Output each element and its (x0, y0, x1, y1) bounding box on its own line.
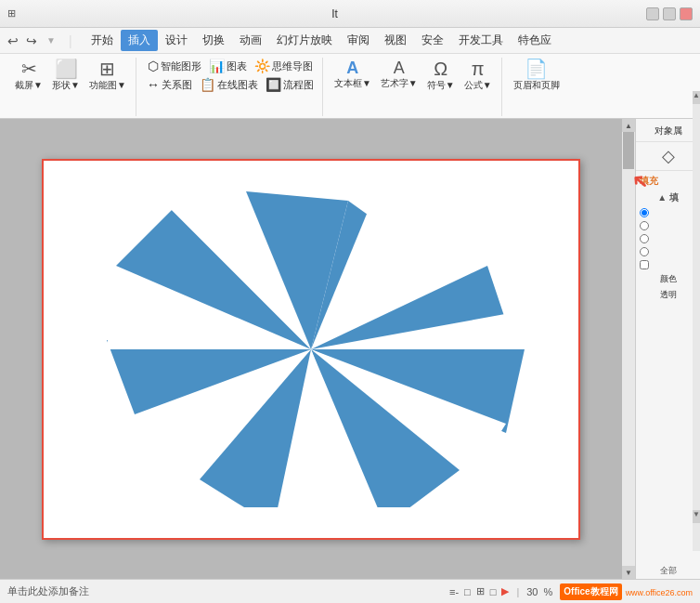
ribbon-textbox[interactable]: A 文本框▼ (331, 58, 375, 94)
ribbon-row-1: ✂ 截屏▼ ⬜ 形状▼ ⊞ 功能图▼ (11, 58, 130, 94)
radio-option-4[interactable] (636, 245, 700, 258)
scroll-up-button[interactable]: ▲ (622, 119, 635, 132)
ribbon-wordart[interactable]: A 艺术字▼ (377, 58, 421, 94)
tool-list-view[interactable]: ≡- (449, 586, 459, 597)
statusbar: 单击此处添加备注 ≡- □ ⊞ □ ▶ | 30 % Office教程网 www… (0, 579, 700, 603)
ribbon-row-text-1: A 文本框▼ A 艺术字▼ Ω 符号▼ π 公式▼ (331, 58, 496, 94)
scrollbar-thumb[interactable] (623, 132, 634, 169)
slide-canvas[interactable] (42, 159, 580, 540)
undo-button[interactable]: ↩ (4, 32, 22, 50)
ribbon-header-footer[interactable]: 📄 页眉和页脚 (510, 58, 564, 94)
relation-icon: ↔ (147, 77, 160, 92)
titlebar-title: It (23, 7, 646, 20)
smart-shape-icon: ⬡ (148, 59, 159, 73)
ribbon-smart-shape[interactable]: ⬡ 智能图形 (145, 58, 204, 74)
scroll-down-button[interactable]: ▼ (622, 566, 635, 579)
menu-insert[interactable]: 插入 (121, 30, 158, 51)
office-logo: Office教程网 (560, 583, 621, 600)
ribbon-screenshot[interactable]: ✂ 截屏▼ (11, 58, 46, 94)
opacity-label: 透明 (656, 287, 681, 303)
radio-option-2[interactable] (636, 219, 700, 232)
shape-label: 形状▼ (52, 79, 80, 92)
zoom-percent: % (544, 586, 553, 597)
screenshot-label: 截屏▼ (15, 79, 43, 92)
menu-transition[interactable]: 切换 (195, 30, 232, 51)
radio-option-1[interactable] (636, 206, 700, 219)
office-label: Office教程网 (564, 586, 617, 596)
ribbon-flowchart[interactable]: 🔲 流程图 (263, 76, 317, 93)
ribbon-group-header: 📄 页眉和页脚 (504, 58, 569, 116)
menu-slideshow[interactable]: 幻灯片放映 (269, 30, 340, 51)
chart-label: 图表 (227, 59, 247, 73)
flowchart-label: 流程图 (283, 78, 314, 92)
ribbon-function-chart[interactable]: ⊞ 功能图▼ (85, 58, 130, 94)
tool-normal-view[interactable]: □ (464, 586, 471, 597)
menubar: ↩ ↪ ▼ | 开始 插入 设计 切换 动画 幻灯片放映 审阅 视图 安全 开发… (0, 28, 700, 54)
note-placeholder: 单击此处添加备注 (7, 584, 449, 598)
chart-icon: 📊 (209, 59, 225, 73)
checkbox-option[interactable] (636, 258, 700, 271)
close-button[interactable] (680, 7, 693, 20)
symbol-icon: Ω (434, 59, 447, 78)
shape-icon: ⬜ (55, 59, 78, 78)
ribbon-online-chart[interactable]: 📋 在线图表 (197, 76, 261, 93)
app-icon: ⊞ (7, 7, 16, 20)
formula-icon: π (472, 59, 485, 78)
online-chart-icon: 📋 (200, 77, 215, 92)
right-scroll-up[interactable]: ▲ (693, 91, 700, 104)
textbox-label: 文本框▼ (334, 77, 371, 90)
radio-input-2[interactable] (640, 221, 649, 230)
relation-label: 关系图 (162, 78, 192, 92)
right-panel-section: ▲ 填 (654, 190, 682, 206)
right-panel-title: 对象属 (636, 123, 700, 142)
textbox-icon: A (346, 59, 358, 76)
menu-review[interactable]: 审阅 (340, 30, 377, 51)
ribbon: ✂ 截屏▼ ⬜ 形状▼ ⊞ 功能图▼ ⬡ 智能图形 📊 图表 (0, 54, 700, 119)
radio-option-3[interactable] (636, 232, 700, 245)
titlebar: ⊞ It (0, 0, 700, 28)
radio-input-1[interactable] (640, 208, 649, 217)
ribbon-symbol[interactable]: Ω 符号▼ (423, 58, 459, 94)
tool-slide-view[interactable]: □ (490, 586, 497, 597)
menu-design[interactable]: 设计 (158, 30, 195, 51)
checkbox-input[interactable] (640, 260, 649, 269)
office-url-area: www.office26.com (626, 586, 693, 597)
ribbon-formula[interactable]: π 公式▼ (460, 58, 496, 94)
right-scrollbar: ▲ ▼ (693, 91, 700, 551)
menu-special[interactable]: 特色应 (511, 30, 559, 51)
tool-play[interactable]: ▶ (501, 585, 509, 597)
menu-start[interactable]: 开始 (84, 30, 121, 51)
ribbon-chart[interactable]: 📊 图表 (206, 58, 250, 74)
smart-shape-label: 智能图形 (161, 59, 201, 73)
menu-animation[interactable]: 动画 (232, 30, 269, 51)
ribbon-relation[interactable]: ↔ 关系图 (144, 76, 195, 93)
screenshot-icon: ✂ (21, 59, 37, 78)
radio-input-3[interactable] (640, 234, 649, 243)
window-controls (646, 7, 693, 20)
flowchart-icon: 🔲 (266, 77, 281, 92)
maximize-button[interactable] (663, 7, 676, 20)
symbol-label: 符号▼ (427, 79, 455, 92)
tool-grid-view[interactable]: ⊞ (476, 585, 485, 597)
function-chart-icon: ⊞ (99, 59, 115, 78)
menu-view[interactable]: 视图 (377, 30, 414, 51)
minimize-button[interactable] (646, 7, 659, 20)
ribbon-group-insert-basic: ✂ 截屏▼ ⬜ 形状▼ ⊞ 功能图▼ (6, 58, 136, 116)
right-scroll-down[interactable]: ▼ (693, 510, 700, 523)
undo-redo-group: ↩ ↪ ▼ | (4, 32, 80, 50)
radio-input-4[interactable] (640, 247, 649, 256)
statusbar-tools: ≡- □ ⊞ □ ▶ | 30 % (449, 585, 552, 597)
menu-security[interactable]: 安全 (414, 30, 451, 51)
sunburst-graphic (97, 191, 525, 507)
ribbon-mindmap[interactable]: 🔆 思维导图 (252, 58, 316, 74)
ribbon-shape[interactable]: ⬜ 形状▼ (48, 58, 84, 94)
redo-button[interactable]: ↪ (22, 32, 41, 50)
separator: | (516, 586, 519, 597)
formula-label: 公式▼ (464, 79, 492, 92)
right-panel-bottom: 全部 (658, 563, 679, 579)
mindmap-icon: 🔆 (254, 59, 270, 73)
color-label: 颜色 (656, 271, 681, 287)
right-panel-icon[interactable]: ◇ (662, 146, 675, 166)
header-footer-icon: 📄 (525, 59, 548, 78)
menu-dev[interactable]: 开发工具 (451, 30, 511, 51)
